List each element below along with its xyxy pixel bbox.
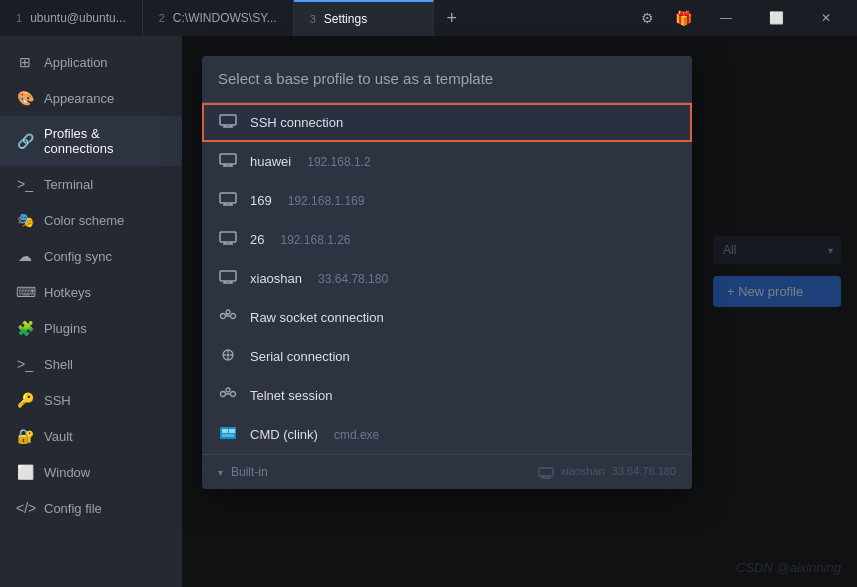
dropdown-item-serial[interactable]: Serial connection: [202, 337, 692, 376]
dropdown-search-field[interactable]: [202, 56, 692, 103]
ssh-icon: 🔑: [16, 392, 34, 408]
maximize-button[interactable]: ⬜: [753, 0, 799, 36]
svg-rect-37: [229, 429, 235, 433]
telnet-icon: [218, 387, 238, 404]
sidebar: ⊞ Application 🎨 Appearance 🔗 Profiles & …: [0, 36, 182, 587]
sidebar-item-vault[interactable]: 🔐 Vault: [0, 418, 182, 454]
dropdown-item-xiaoshan-sub: 33.64.78.180: [318, 272, 388, 286]
svg-point-32: [231, 392, 236, 397]
sidebar-item-appearance[interactable]: 🎨 Appearance: [0, 80, 182, 116]
dropdown-item-ssh-connection-label: SSH connection: [250, 115, 343, 130]
sidebar-item-profiles-label: Profiles & connections: [44, 126, 166, 156]
tab-1-number: 1: [16, 12, 22, 24]
close-button[interactable]: ✕: [803, 0, 849, 36]
tab-3[interactable]: 3 Settings: [294, 0, 434, 36]
dropdown-item-26-label: 26: [250, 232, 264, 247]
sidebar-item-window-label: Window: [44, 465, 90, 480]
monitor-icon: [218, 114, 238, 131]
sidebar-item-vault-label: Vault: [44, 429, 73, 444]
chevron-down-icon: ▾: [218, 467, 223, 478]
tab-1-label: ubuntu@ubuntu...: [30, 11, 126, 25]
dropdown-footer-sub-ip: 33.64.78.180: [612, 465, 676, 477]
sidebar-item-hotkeys-label: Hotkeys: [44, 285, 91, 300]
dropdown-item-serial-label: Serial connection: [250, 349, 350, 364]
dropdown-item-xiaoshan[interactable]: xiaoshan 33.64.78.180: [202, 259, 692, 298]
sidebar-item-configfile-label: Config file: [44, 501, 102, 516]
dropdown-item-cmd[interactable]: CMD (clink) cmd.exe: [202, 415, 692, 454]
sidebar-item-plugins-label: Plugins: [44, 321, 87, 336]
cmd-icon: [218, 426, 238, 443]
dropdown-item-xiaoshan-label: xiaoshan: [250, 271, 302, 286]
tab-3-label: Settings: [324, 12, 367, 26]
colorscheme-icon: 🎭: [16, 212, 34, 228]
svg-rect-38: [222, 434, 234, 437]
add-tab-button[interactable]: +: [434, 0, 470, 36]
dropdown-item-169-label: 169: [250, 193, 272, 208]
titlebar-icons: ⚙ 🎁 — ⬜ ✕: [631, 0, 857, 36]
sidebar-item-application-label: Application: [44, 55, 108, 70]
profiles-icon: 🔗: [16, 133, 34, 149]
svg-point-20: [221, 314, 226, 319]
tab-1[interactable]: 1 ubuntu@ubuntu...: [0, 0, 143, 36]
svg-rect-16: [220, 271, 236, 281]
sidebar-item-window[interactable]: ⬜ Window: [0, 454, 182, 490]
svg-point-21: [231, 314, 236, 319]
dropdown-item-huawei-label: huawei: [250, 154, 291, 169]
svg-point-30: [227, 354, 230, 357]
dropdown-footer: ▾ Built-in xiaoshan 33.64.78.180: [202, 454, 692, 489]
dropdown-item-26[interactable]: 26 192.168.1.26: [202, 220, 692, 259]
monitor-icon: [218, 192, 238, 209]
svg-rect-8: [220, 193, 236, 203]
dropdown-item-huawei[interactable]: huawei 192.168.1.2: [202, 142, 692, 181]
minimize-button[interactable]: —: [703, 0, 749, 36]
plugins-icon: 🧩: [16, 320, 34, 336]
settings-icon[interactable]: ⚙: [631, 2, 663, 34]
monitor-icon: [218, 270, 238, 287]
sidebar-item-plugins[interactable]: 🧩 Plugins: [0, 310, 182, 346]
sidebar-item-appearance-label: Appearance: [44, 91, 114, 106]
search-input[interactable]: [218, 70, 676, 87]
dropdown-item-huawei-sub: 192.168.1.2: [307, 155, 370, 169]
dropdown-item-raw-socket-label: Raw socket connection: [250, 310, 384, 325]
sidebar-item-terminal[interactable]: >_ Terminal: [0, 166, 182, 202]
sidebar-item-hotkeys[interactable]: ⌨ Hotkeys: [0, 274, 182, 310]
dropdown-item-cmd-sub: cmd.exe: [334, 428, 379, 442]
svg-rect-39: [539, 468, 553, 476]
sidebar-item-application[interactable]: ⊞ Application: [0, 44, 182, 80]
tab-3-number: 3: [310, 13, 316, 25]
sidebar-item-shell[interactable]: >_ Shell: [0, 346, 182, 382]
sidebar-item-colorscheme[interactable]: 🎭 Color scheme: [0, 202, 182, 238]
sidebar-item-profiles[interactable]: 🔗 Profiles & connections: [0, 116, 182, 166]
hotkeys-icon: ⌨: [16, 284, 34, 300]
dropdown-item-169-sub: 192.168.1.169: [288, 194, 365, 208]
sidebar-item-configfile[interactable]: </> Config file: [0, 490, 182, 526]
sidebar-item-configsync[interactable]: ☁ Config sync: [0, 238, 182, 274]
sidebar-item-colorscheme-label: Color scheme: [44, 213, 124, 228]
appearance-icon: 🎨: [16, 90, 34, 106]
dropdown-item-26-sub: 192.168.1.26: [280, 233, 350, 247]
dropdown-item-cmd-label: CMD (clink): [250, 427, 318, 442]
gift-icon[interactable]: 🎁: [667, 2, 699, 34]
dropdown-item-169[interactable]: 169 192.168.1.169: [202, 181, 692, 220]
svg-rect-0: [220, 115, 236, 125]
svg-point-31: [221, 392, 226, 397]
dropdown-item-telnet[interactable]: Telnet session: [202, 376, 692, 415]
tab-2[interactable]: 2 C:\WINDOWS\SY...: [143, 0, 294, 36]
profile-template-dropdown: SSH connection huawei 192.168.1.2: [202, 56, 692, 489]
dropdown-item-ssh-connection[interactable]: SSH connection: [202, 103, 692, 142]
monitor-icon: [218, 153, 238, 170]
dropdown-list: SSH connection huawei 192.168.1.2: [202, 103, 692, 489]
tab-2-number: 2: [159, 12, 165, 24]
svg-rect-12: [220, 232, 236, 242]
content-area: SSH SSH SSH SSH SSH SSH SSH SSH All: [182, 36, 857, 587]
sidebar-item-ssh-label: SSH: [44, 393, 71, 408]
dropdown-footer-label: Built-in: [231, 465, 268, 479]
dropdown-item-telnet-label: Telnet session: [250, 388, 332, 403]
svg-rect-36: [222, 429, 228, 433]
dropdown-item-raw-socket[interactable]: Raw socket connection: [202, 298, 692, 337]
terminal-icon: >_: [16, 176, 34, 192]
svg-rect-4: [220, 154, 236, 164]
svg-point-33: [226, 388, 230, 392]
sidebar-item-ssh[interactable]: 🔑 SSH: [0, 382, 182, 418]
tab-2-label: C:\WINDOWS\SY...: [173, 11, 277, 25]
